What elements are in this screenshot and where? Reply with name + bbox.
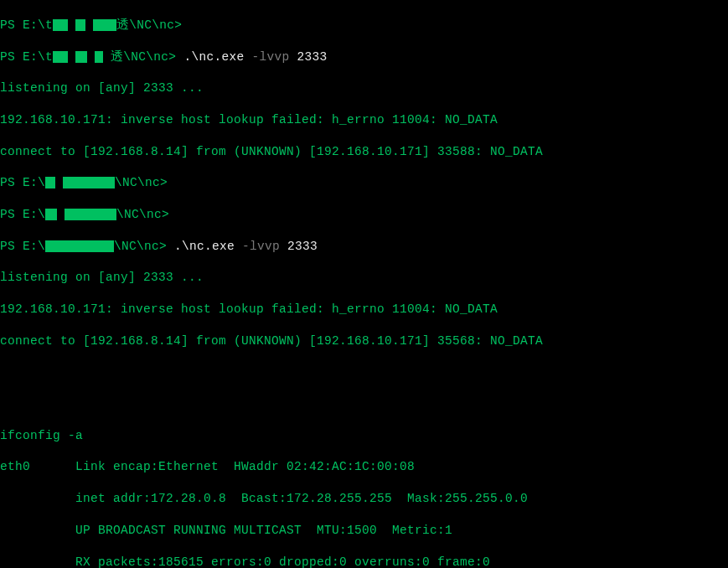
cmd-flag: -lvvp	[251, 50, 297, 64]
cmd-flag: -lvvp	[242, 240, 287, 253]
prompt-prefix: PS E:\	[0, 176, 45, 189]
redacted-block	[93, 19, 116, 31]
redacted-block	[45, 209, 57, 220]
eth0-line: inet addr:172.28.0.8 Bcast:172.28.255.25…	[0, 491, 728, 507]
blank-line	[0, 364, 728, 380]
redacted-block	[65, 209, 116, 220]
prompt-line-1: PS E:\t 透\NC\nc>	[0, 18, 728, 34]
eth0-line: UP BROADCAST RUNNING MULTICAST MTU:1500 …	[0, 523, 728, 539]
prompt-prefix: PS E:\t	[0, 18, 53, 32]
prompt-prefix: PS E:\	[0, 208, 45, 221]
redacted-block	[75, 19, 85, 31]
terminal-output[interactable]: PS E:\t 透\NC\nc> PS E:\t 透\NC\nc> .\nc.e…	[0, 2, 728, 568]
redacted-block	[75, 51, 87, 63]
eth0-line: RX packets:185615 errors:0 dropped:0 ove…	[0, 555, 728, 568]
listening-line: listening on [any] 2333 ...	[0, 80, 728, 96]
cmd-nc: \nc.exe	[182, 240, 242, 253]
prompt-suffix: \NC\nc>	[116, 208, 169, 221]
cmd-dot: .	[174, 240, 182, 253]
redacted-block	[45, 240, 114, 252]
redacted-block	[95, 51, 103, 63]
cmd-port: 2333	[287, 240, 318, 253]
redacted-block	[53, 51, 68, 63]
prompt-suffix: 透\NC\nc>	[111, 50, 183, 64]
listening-line: listening on [any] 2333 ...	[0, 270, 728, 286]
prompt-suffix: \NC\nc>	[115, 176, 168, 189]
connect-line: connect to [192.168.8.14] from (UNKNOWN)…	[0, 144, 728, 160]
connect-line: connect to [192.168.8.14] from (UNKNOWN)…	[0, 333, 728, 349]
redacted-block	[63, 177, 115, 188]
prompt-line-3: PS E:\ \NC\nc>	[0, 175, 728, 191]
prompt-line-5: PS E:\\NC\nc> .\nc.exe -lvvp 2333	[0, 239, 728, 255]
prompt-prefix: PS E:\t	[0, 50, 53, 64]
cmd-nc: \nc.exe	[191, 50, 251, 64]
redacted-block	[45, 177, 55, 188]
prompt-prefix: PS E:\	[0, 240, 45, 253]
lookup-failed-line: 192.168.10.171: inverse host lookup fail…	[0, 302, 728, 318]
redacted-block	[53, 19, 68, 31]
eth0-line: eth0 Link encap:Ethernet HWaddr 02:42:AC…	[0, 459, 728, 475]
ifconfig-command: ifconfig -a	[0, 428, 728, 444]
prompt-line-2: PS E:\t 透\NC\nc> .\nc.exe -lvvp 2333	[0, 49, 728, 65]
cmd-port: 2333	[297, 50, 327, 64]
lookup-failed-line: 192.168.10.171: inverse host lookup fail…	[0, 112, 728, 128]
prompt-suffix: 透\NC\nc>	[116, 18, 182, 32]
blank-line	[0, 396, 728, 412]
prompt-line-4: PS E:\ \NC\nc>	[0, 207, 728, 223]
prompt-suffix: \NC\nc>	[114, 240, 174, 253]
